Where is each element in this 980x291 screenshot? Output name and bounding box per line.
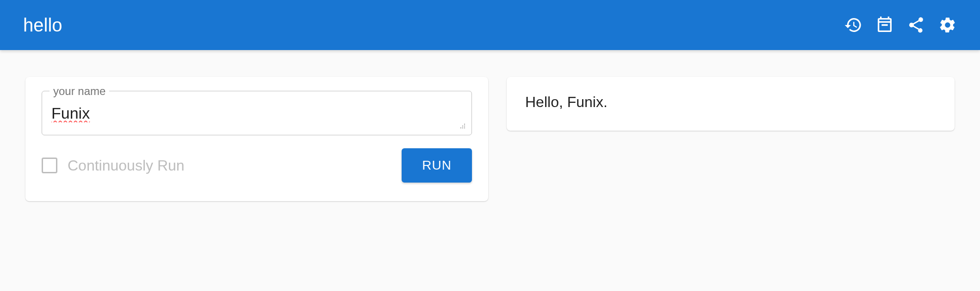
main-content: your name Continuously Run RUN Hello, Fu… [0, 50, 980, 228]
continuously-run-label: Continuously Run [68, 157, 185, 174]
run-button[interactable]: RUN [402, 148, 472, 183]
resize-handle-icon[interactable] [455, 118, 466, 129]
header-toolbar [844, 16, 957, 34]
name-field-container: your name [42, 91, 472, 135]
share-icon[interactable] [907, 16, 925, 34]
name-field-label: your name [50, 85, 109, 98]
app-header: hello [0, 0, 980, 50]
history-icon[interactable] [844, 16, 862, 34]
name-input[interactable] [51, 104, 462, 122]
output-text: Hello, Funix. [525, 94, 936, 111]
output-panel: Hello, Funix. [507, 77, 955, 131]
settings-icon[interactable] [938, 16, 957, 34]
controls-row: Continuously Run RUN [42, 148, 472, 183]
continuously-run-group: Continuously Run [42, 157, 185, 174]
continuously-run-checkbox[interactable] [42, 158, 57, 173]
input-panel: your name Continuously Run RUN [25, 77, 488, 201]
calendar-icon[interactable] [875, 16, 894, 34]
app-title: hello [23, 15, 62, 36]
